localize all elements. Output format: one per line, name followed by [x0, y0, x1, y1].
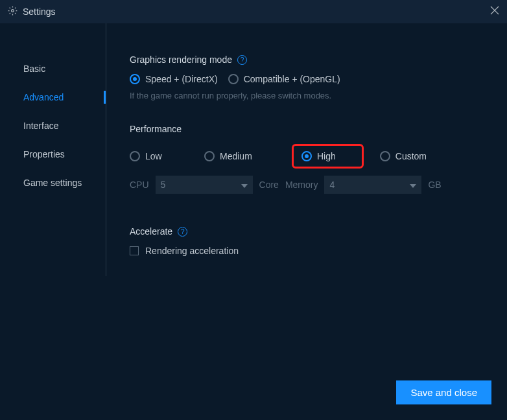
accelerate-header: Accelerate ? [130, 226, 494, 237]
radio-custom[interactable]: Custom [380, 151, 427, 161]
graphics-hint: If the game cannot run properly, please … [130, 91, 494, 100]
cpu-label: CPU [130, 180, 149, 190]
highlight-box: High [292, 144, 364, 169]
chevron-down-icon [241, 179, 248, 191]
radio-icon [130, 74, 140, 84]
radio-speed-directx[interactable]: Speed + (DirectX) [130, 74, 218, 84]
window-title: Settings [23, 6, 56, 17]
footer: Save and close [396, 380, 491, 404]
checkbox-label: Rendering acceleration [145, 246, 239, 256]
checkbox-icon [130, 246, 139, 255]
memory-unit: GB [428, 180, 441, 190]
performance-title: Performance [130, 124, 182, 134]
performance-header: Performance [130, 124, 494, 134]
radio-compatible-opengl[interactable]: Compatible + (OpenGL) [228, 74, 340, 84]
graphics-title: Graphics rendering mode [130, 54, 232, 65]
content: Basic Advanced Interface Properties Game… [0, 23, 507, 420]
radio-label: Speed + (DirectX) [145, 74, 218, 84]
titlebar: Settings [0, 0, 507, 23]
graphics-options: Speed + (DirectX) Compatible + (OpenGL) [130, 74, 494, 84]
sidebar-item-interface[interactable]: Interface [0, 111, 106, 140]
sidebar-item-properties[interactable]: Properties [0, 140, 106, 169]
cpu-value: 5 [161, 180, 166, 190]
main-panel: Graphics rendering mode ? Speed + (Direc… [106, 23, 507, 420]
radio-label: Medium [220, 151, 252, 161]
svg-marker-3 [241, 184, 248, 188]
accelerate-title: Accelerate [130, 226, 172, 237]
svg-marker-4 [410, 184, 416, 188]
memory-label: Memory [285, 180, 318, 190]
radio-icon [380, 151, 390, 161]
chevron-down-icon [410, 179, 416, 191]
radio-label: High [317, 151, 336, 161]
sidebar-item-game-settings[interactable]: Game settings [0, 169, 106, 197]
radio-label: Compatible + (OpenGL) [244, 74, 340, 84]
radio-icon [204, 151, 215, 161]
sidebar: Basic Advanced Interface Properties Game… [0, 23, 106, 276]
radio-icon [228, 74, 239, 84]
radio-high[interactable]: High [301, 151, 336, 161]
sidebar-item-advanced[interactable]: Advanced [0, 83, 106, 111]
graphics-header: Graphics rendering mode ? [130, 54, 494, 65]
memory-select[interactable]: 4 [324, 176, 421, 194]
help-icon[interactable]: ? [237, 55, 247, 65]
performance-options: Low Medium High Custom [130, 143, 494, 169]
svg-point-0 [12, 9, 14, 12]
cpu-select[interactable]: 5 [156, 176, 253, 194]
close-icon[interactable] [490, 6, 499, 18]
radio-label: Low [145, 151, 162, 161]
resource-row: CPU 5 Core Memory 4 GB [130, 176, 494, 194]
memory-value: 4 [329, 180, 335, 190]
radio-icon [301, 151, 312, 161]
sidebar-item-basic[interactable]: Basic [0, 54, 106, 83]
gear-icon [8, 6, 18, 18]
rendering-acceleration-checkbox[interactable]: Rendering acceleration [130, 246, 494, 256]
radio-icon [130, 151, 140, 161]
save-and-close-button[interactable]: Save and close [396, 380, 491, 404]
radio-label: Custom [395, 151, 427, 161]
radio-medium[interactable]: Medium [204, 151, 292, 161]
cpu-unit: Core [259, 180, 279, 190]
radio-low[interactable]: Low [130, 151, 204, 161]
help-icon[interactable]: ? [178, 227, 187, 237]
titlebar-left: Settings [8, 6, 56, 18]
